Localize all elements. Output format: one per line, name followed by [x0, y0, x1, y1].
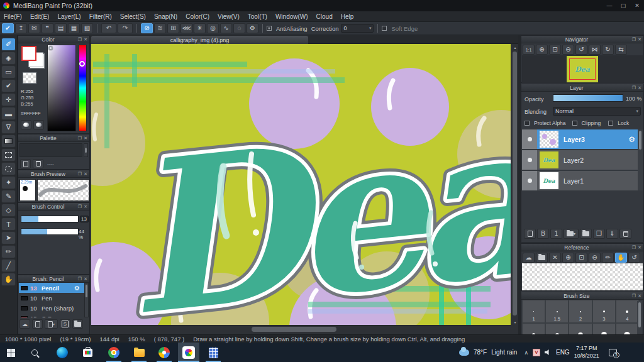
snap-parallel-icon[interactable]: ≋	[154, 23, 166, 33]
shape-tool[interactable]: ▭	[1, 65, 16, 79]
gear-icon[interactable]: ⚙	[74, 285, 80, 292]
menu-window[interactable]: Window(W)	[275, 13, 308, 20]
popout-icon[interactable]: ❐	[632, 37, 636, 41]
layer-row-layer3[interactable]: Layer3 ⚙	[522, 129, 639, 149]
select-eraser-tool[interactable]: ◇	[1, 204, 16, 217]
close-icon[interactable]: ✕	[638, 37, 641, 41]
gradient-tool[interactable]	[1, 134, 16, 148]
zoom-out-button[interactable]: ⊖	[562, 45, 574, 55]
layer-visibility-toggle[interactable]	[522, 171, 537, 190]
measure-tool[interactable]: ╱	[1, 259, 16, 272]
brush-size-slider[interactable]	[21, 216, 79, 222]
new-palette-button[interactable]	[20, 159, 31, 168]
reference-hand-button[interactable]: ✋	[615, 253, 627, 263]
correction-dropdown[interactable]: 0 ▾	[341, 24, 374, 33]
close-icon[interactable]: ✕	[84, 172, 87, 176]
palette-add-button[interactable]	[33, 120, 44, 129]
layer-visibility-toggle[interactable]	[522, 150, 537, 170]
reference-cloud-button[interactable]: ☁	[523, 253, 535, 263]
snap-grid-icon[interactable]: ⊞	[167, 23, 179, 33]
close-icon[interactable]: ✕	[84, 277, 87, 281]
undo-button[interactable]: ↶	[101, 23, 116, 33]
taskbar-edge[interactable]	[55, 346, 69, 359]
brush-cloud-button[interactable]: ☁	[19, 319, 30, 329]
menu-color[interactable]: Color(C)	[186, 13, 209, 20]
move-tool[interactable]: ✛	[1, 93, 16, 106]
taskbar-medibang[interactable]	[182, 346, 196, 359]
taskbar-chrome[interactable]	[107, 346, 121, 359]
close-icon[interactable]: ✕	[638, 293, 641, 298]
popout-icon[interactable]: ❐	[78, 204, 82, 209]
rotate-right-button[interactable]: ↻	[602, 45, 614, 55]
snap-cross-icon[interactable]: ✳	[194, 23, 206, 33]
palette-mode-button[interactable]	[21, 120, 31, 129]
minimize-button[interactable]: —	[602, 0, 616, 11]
menu-view[interactable]: View(V)	[218, 13, 240, 20]
transparent-color-swatch[interactable]	[23, 72, 36, 84]
redo-button[interactable]: ↷	[118, 23, 133, 33]
weather-desc[interactable]: Light rain	[491, 349, 517, 356]
canvas-horizontal-scrollbar[interactable]	[91, 325, 511, 333]
menu-help[interactable]: Help	[341, 13, 354, 20]
menu-filter[interactable]: Filter(R)	[89, 13, 112, 20]
brush-opacity-slider[interactable]	[21, 228, 79, 235]
magic-wand-tool[interactable]: ✦	[1, 176, 16, 189]
popout-icon[interactable]: ❐	[632, 85, 636, 90]
brush-tool[interactable]: ✐	[1, 38, 16, 51]
saturation-value-picker[interactable]	[47, 45, 76, 131]
soft-edge-checkbox[interactable]	[382, 26, 387, 31]
reference-clear-button[interactable]: ✕	[549, 253, 561, 263]
merge-layer-button[interactable]: ⇓	[606, 229, 618, 239]
dot-pen-tool[interactable]: ✔	[1, 79, 16, 92]
object-tool[interactable]: ➤	[1, 231, 16, 244]
reference-zoom-out-button[interactable]: ⊖	[589, 253, 601, 263]
eraser-tool[interactable]: ◈	[1, 52, 16, 65]
new-folder-button[interactable]: ▾	[564, 229, 579, 239]
clipping-checkbox[interactable]	[572, 121, 577, 126]
history-panel-icon[interactable]: ▦	[68, 23, 80, 33]
close-icon[interactable]: ✕	[84, 37, 87, 41]
reference-preview-area[interactable]	[522, 263, 643, 290]
menu-file[interactable]: File(F)	[4, 13, 22, 20]
popout-icon[interactable]: ❐	[78, 136, 82, 140]
canvas-vertical-scrollbar[interactable]: ▴ ▾	[511, 44, 518, 325]
clock[interactable]: 7:17 PM 10/8/2021	[574, 345, 599, 359]
zoom-in-button[interactable]: ⊕	[536, 45, 548, 55]
volume-icon[interactable]	[545, 349, 552, 356]
reference-fit-button[interactable]: ⊡	[575, 253, 587, 263]
layer-row-layer1[interactable]: Dea Layer1	[522, 171, 639, 190]
taskbar-search-button[interactable]	[28, 346, 42, 359]
brush-size-2[interactable]: 2	[569, 300, 592, 323]
close-icon[interactable]: ✕	[84, 136, 87, 140]
brush-list-scrollbar[interactable]	[84, 283, 89, 317]
palette-list[interactable]	[19, 143, 82, 157]
delete-layer-button[interactable]	[619, 229, 631, 239]
antialiasing-checkbox[interactable]	[267, 26, 272, 31]
tray-v-app-icon[interactable]: V	[533, 349, 540, 356]
popout-icon[interactable]: ❐	[78, 37, 82, 41]
reference-zoom-in-button[interactable]: ⊕	[562, 253, 574, 263]
add-brush-menu-button[interactable]: ▾	[45, 319, 58, 329]
flip-view-button[interactable]: ⇆	[615, 45, 627, 55]
brush-folder-button[interactable]	[72, 319, 83, 329]
comment-icon[interactable]: ✉	[28, 23, 40, 33]
brush-size-1-5[interactable]: 1.5	[545, 300, 569, 323]
select-pen-tool[interactable]: ✎	[1, 190, 16, 203]
brush-size-3[interactable]: 3	[592, 300, 616, 323]
layer-row-layer2[interactable]: Dea Layer2	[522, 150, 639, 170]
brush-size-1[interactable]: 1	[522, 300, 545, 323]
lock-checkbox[interactable]	[608, 121, 613, 126]
snap-concentric-icon[interactable]: ◎	[207, 23, 219, 33]
layer-opacity-slider[interactable]	[553, 94, 623, 102]
maximize-button[interactable]: ▢	[616, 0, 630, 11]
close-icon[interactable]: ✕	[638, 85, 641, 90]
new-layer-button[interactable]	[524, 229, 536, 239]
popout-icon[interactable]: ❐	[78, 277, 82, 281]
menu-tool[interactable]: Tool(T)	[248, 13, 267, 20]
layer-list-scrollbar[interactable]	[638, 129, 643, 190]
blending-dropdown[interactable]: Normal ▾	[553, 107, 641, 116]
select-tool[interactable]	[1, 148, 16, 162]
cloud-save-icon[interactable]: ✔	[2, 23, 14, 33]
popout-icon[interactable]: ❐	[632, 245, 636, 250]
snap-off-icon[interactable]: ⊘	[141, 23, 153, 33]
